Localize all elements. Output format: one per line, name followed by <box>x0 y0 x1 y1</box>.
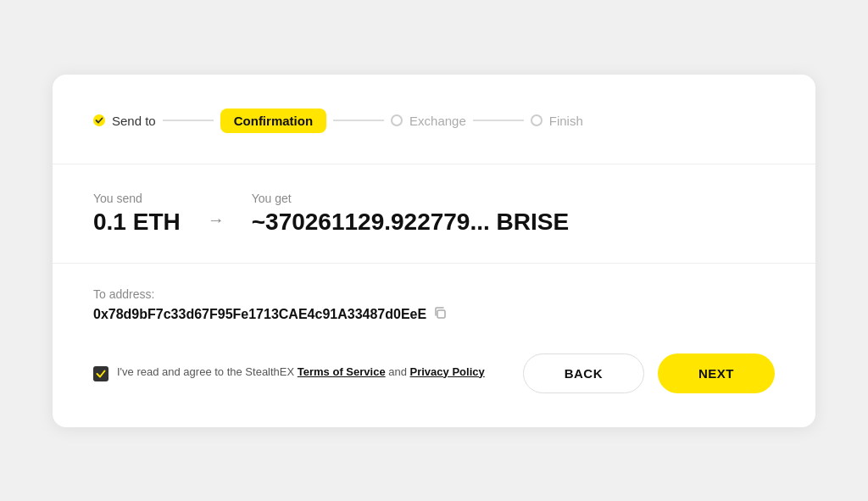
step-dot-exchange <box>391 114 403 126</box>
terms-checkbox[interactable] <box>93 366 108 381</box>
terms-prefix: I've read and agree to the StealthEX <box>117 365 298 378</box>
step-line-1 <box>163 120 214 121</box>
step-label-finish: Finish <box>549 114 583 128</box>
next-button[interactable]: NEXT <box>658 353 775 393</box>
get-label: You get <box>252 192 569 205</box>
bottom-row: I've read and agree to the StealthEX Ter… <box>93 353 775 393</box>
get-amount: ~370261129.922779... BRISE <box>252 209 569 236</box>
terms-section: I've read and agree to the StealthEX Ter… <box>93 365 485 381</box>
step-send-to: Send to <box>93 114 156 128</box>
step-label-exchange: Exchange <box>409 114 466 128</box>
exchange-row: You send 0.1 ETH → You get ~370261129.92… <box>93 192 775 236</box>
step-confirmation: Confirmation <box>220 109 326 133</box>
divider-2 <box>53 263 815 264</box>
step-finish: Finish <box>531 114 583 128</box>
step-label-send-to: Send to <box>112 114 156 128</box>
terms-text: I've read and agree to the StealthEX Ter… <box>117 365 485 378</box>
step-dot-send-to <box>93 114 105 126</box>
send-amount: 0.1 ETH <box>93 209 181 236</box>
privacy-policy-link[interactable]: Privacy Policy <box>410 365 485 378</box>
button-row: BACK NEXT <box>523 353 775 393</box>
main-card: Send to Confirmation Exchange Finish You… <box>53 75 815 427</box>
send-label: You send <box>93 192 181 205</box>
step-dot-finish <box>531 114 542 126</box>
step-line-3 <box>473 120 524 121</box>
step-label-confirmation: Confirmation <box>234 114 313 128</box>
copy-icon[interactable] <box>433 306 447 323</box>
step-exchange: Exchange <box>391 114 466 128</box>
svg-rect-0 <box>437 310 445 318</box>
divider-1 <box>53 164 815 164</box>
arrow-right-icon: → <box>208 210 225 230</box>
address-section: To address: 0x78d9bF7c33d67F95Fe1713CAE4… <box>93 287 775 323</box>
step-line-2 <box>333 120 384 121</box>
get-col: You get ~370261129.922779... BRISE <box>252 192 569 236</box>
address-value-row: 0x78d9bF7c33d67F95Fe1713CAE4c91A33487d0E… <box>93 306 775 323</box>
address-text: 0x78d9bF7c33d67F95Fe1713CAE4c91A33487d0E… <box>93 307 426 322</box>
send-col: You send 0.1 ETH <box>93 192 181 236</box>
address-label: To address: <box>93 287 775 301</box>
stepper: Send to Confirmation Exchange Finish <box>93 109 775 133</box>
back-button[interactable]: BACK <box>523 353 644 393</box>
terms-of-service-link[interactable]: Terms of Service <box>298 365 386 378</box>
terms-and: and <box>386 365 410 378</box>
